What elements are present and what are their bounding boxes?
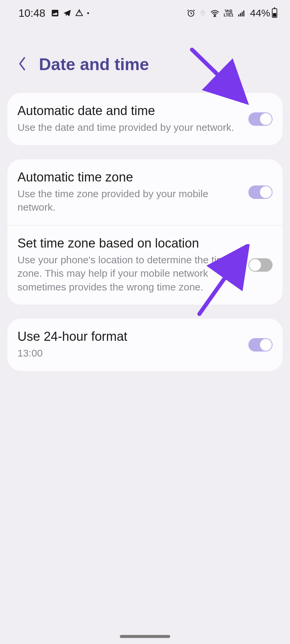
- telegram-icon: [63, 9, 71, 17]
- status-left: 10:48 •: [18, 7, 89, 19]
- battery-icon: [272, 8, 277, 18]
- toggle-location-tz[interactable]: [248, 258, 273, 272]
- toggle-auto-tz[interactable]: [248, 185, 273, 199]
- setting-text: Use 24-hour format 13:00: [17, 329, 248, 360]
- svg-rect-6: [242, 12, 243, 16]
- page-title: Date and time: [39, 55, 149, 74]
- status-right: Vo)) LTE1 44%: [187, 7, 277, 19]
- back-icon[interactable]: [17, 56, 27, 72]
- dot-icon: •: [87, 9, 89, 17]
- battery-percent: 44%: [250, 7, 270, 19]
- setting-subtitle: Use the date and time provided by your n…: [17, 121, 241, 135]
- alarm-icon: [187, 9, 195, 17]
- svg-rect-5: [240, 13, 241, 16]
- setting-auto-time-zone[interactable]: Automatic time zone Use the time zone pr…: [7, 159, 283, 225]
- wifi-icon: [210, 9, 220, 17]
- gallery-icon: [51, 9, 59, 17]
- setting-title: Automatic time zone: [17, 170, 241, 184]
- status-time: 10:48: [18, 7, 45, 19]
- setting-subtitle: Use your phone's location to determine t…: [17, 253, 241, 294]
- svg-rect-0: [52, 10, 58, 16]
- setting-title: Automatic date and time: [17, 104, 241, 118]
- setting-text: Automatic date and time Use the date and…: [17, 104, 248, 135]
- setting-auto-date-time[interactable]: Automatic date and time Use the date and…: [7, 93, 283, 145]
- battery-indicator: 44%: [250, 7, 277, 19]
- setting-location-time-zone[interactable]: Set time zone based on location Use your…: [7, 225, 283, 305]
- svg-rect-7: [243, 10, 244, 16]
- setting-text: Set time zone based on location Use your…: [17, 236, 248, 294]
- page-header: Date and time: [0, 26, 290, 93]
- volte-indicator: Vo)) LTE1: [224, 9, 233, 17]
- toggle-auto-date[interactable]: [248, 112, 273, 126]
- card-auto-date: Automatic date and time Use the date and…: [7, 93, 283, 145]
- signal-icon: [237, 9, 246, 17]
- setting-subtitle: 13:00: [17, 346, 241, 360]
- location-icon: [199, 9, 206, 17]
- card-time-zone: Automatic time zone Use the time zone pr…: [7, 159, 283, 305]
- setting-title: Set time zone based on location: [17, 236, 241, 251]
- drive-icon: [75, 9, 84, 17]
- svg-rect-4: [238, 14, 239, 16]
- setting-text: Automatic time zone Use the time zone pr…: [17, 170, 248, 214]
- svg-point-2: [202, 11, 203, 13]
- setting-title: Use 24-hour format: [17, 329, 241, 344]
- notification-icons: •: [51, 9, 89, 17]
- toggle-24-hour[interactable]: [248, 338, 273, 352]
- svg-point-3: [214, 15, 215, 16]
- navigation-handle[interactable]: [120, 635, 170, 638]
- status-bar: 10:48 • Vo)) LTE1: [0, 0, 290, 26]
- setting-subtitle: Use the time zone provided by your mobil…: [17, 187, 241, 214]
- setting-24-hour-format[interactable]: Use 24-hour format 13:00: [7, 319, 283, 371]
- card-24-hour: Use 24-hour format 13:00: [7, 319, 283, 371]
